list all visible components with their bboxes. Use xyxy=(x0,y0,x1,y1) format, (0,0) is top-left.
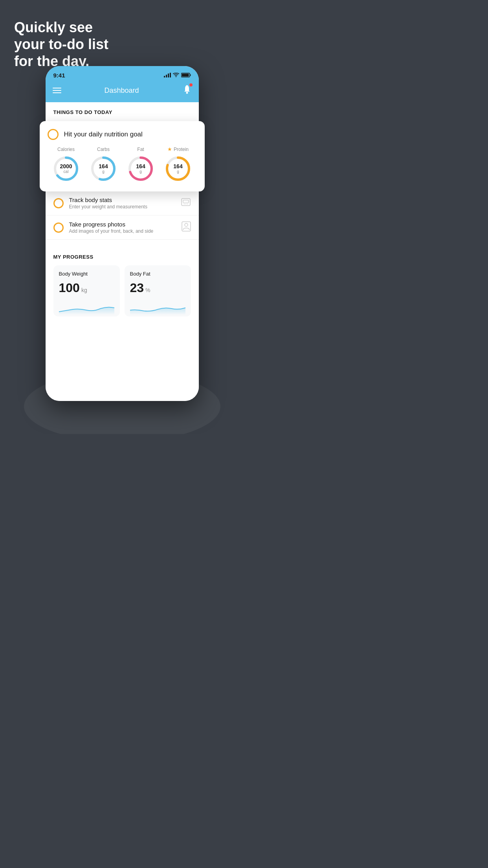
carbs-unit: g xyxy=(99,169,108,174)
body-fat-title: Body Fat xyxy=(130,271,185,277)
svg-point-15 xyxy=(185,223,188,226)
todo-item-body-stats[interactable]: Track body stats Enter your weight and m… xyxy=(46,191,199,215)
body-fat-unit: % xyxy=(145,287,150,293)
scale-icon xyxy=(181,197,191,209)
protein-star-icon: ★ xyxy=(167,146,172,152)
protein-label: ★ Protein xyxy=(167,146,189,152)
calories-stat: Calories 2000 cal xyxy=(52,147,80,183)
svg-rect-1 xyxy=(166,75,167,77)
fat-unit: g xyxy=(136,169,145,174)
status-bar: 9:41 xyxy=(46,66,199,80)
nutrition-card: Hit your daily nutrition goal Calories 2… xyxy=(40,121,205,191)
carbs-stat: Carbs 164 g xyxy=(89,147,117,183)
body-weight-card[interactable]: Body Weight 100 kg xyxy=(53,265,120,316)
todo-subtitle-photos: Add images of your front, back, and side xyxy=(69,228,176,234)
nutrition-stats: Calories 2000 cal Carbs xyxy=(48,146,197,183)
nutrition-card-title: Hit your daily nutrition goal xyxy=(64,131,143,138)
carbs-value: 164 xyxy=(99,163,108,169)
status-time: 9:41 xyxy=(53,72,65,79)
body-fat-card[interactable]: Body Fat 23 % xyxy=(125,265,191,316)
things-today-label: THINGS TO DO TODAY xyxy=(53,109,112,115)
body-weight-title: Body Weight xyxy=(59,271,114,277)
svg-rect-5 xyxy=(182,74,189,77)
protein-unit: g xyxy=(173,169,182,174)
protein-value: 164 xyxy=(173,164,182,169)
fat-value: 164 xyxy=(136,163,145,169)
battery-icon xyxy=(181,73,191,77)
nutrition-circle-check xyxy=(48,129,59,140)
svg-rect-0 xyxy=(164,76,165,77)
progress-header: MY PROGRESS xyxy=(53,254,191,260)
carbs-label: Carbs xyxy=(97,147,110,152)
fat-donut: 164 g xyxy=(127,154,155,183)
signal-icon xyxy=(164,73,171,77)
calories-unit: cal xyxy=(60,169,72,174)
body-fat-value: 23 xyxy=(130,281,144,295)
nav-title: Dashboard xyxy=(104,86,139,95)
svg-rect-2 xyxy=(168,74,169,77)
person-icon xyxy=(182,221,191,234)
svg-rect-3 xyxy=(170,73,171,77)
notification-dot xyxy=(189,83,193,86)
protein-donut: 164 g xyxy=(164,154,192,183)
svg-rect-6 xyxy=(190,74,191,76)
body-weight-value: 100 xyxy=(59,281,80,295)
body-weight-chart xyxy=(59,301,114,315)
svg-rect-9 xyxy=(182,199,190,206)
svg-point-7 xyxy=(186,92,188,94)
fat-label: Fat xyxy=(137,147,144,152)
todo-circle-photos xyxy=(53,223,64,233)
protein-stat: ★ Protein 164 g xyxy=(164,146,192,183)
fat-stat: Fat 164 g xyxy=(127,147,155,183)
progress-cards: Body Weight 100 kg xyxy=(53,265,191,316)
calories-donut: 2000 cal xyxy=(52,154,80,183)
todo-circle-body-stats xyxy=(53,198,64,208)
carbs-donut: 164 g xyxy=(89,154,117,183)
menu-button[interactable] xyxy=(53,88,61,93)
todo-title-photos: Take progress photos xyxy=(69,221,176,228)
todo-subtitle-body-stats: Enter your weight and measurements xyxy=(69,204,175,210)
todo-title-body-stats: Track body stats xyxy=(69,197,175,203)
hero-headline: Quickly see your to-do list for the day. xyxy=(14,19,108,70)
nav-bar: Dashboard xyxy=(46,80,199,102)
status-icons xyxy=(164,73,191,77)
calories-value: 2000 xyxy=(60,163,72,169)
body-fat-chart xyxy=(130,301,185,315)
todo-item-photos[interactable]: Take progress photos Add images of your … xyxy=(46,215,199,240)
body-weight-unit: kg xyxy=(81,287,87,293)
wifi-icon xyxy=(173,73,179,77)
svg-rect-10 xyxy=(183,200,189,203)
progress-section: MY PROGRESS Body Weight 100 kg xyxy=(46,246,199,316)
calories-label: Calories xyxy=(57,147,75,152)
things-today-header: THINGS TO DO TODAY xyxy=(46,102,199,120)
notifications-button[interactable] xyxy=(182,84,192,97)
phone-mockup: 9:41 xyxy=(46,66,199,401)
